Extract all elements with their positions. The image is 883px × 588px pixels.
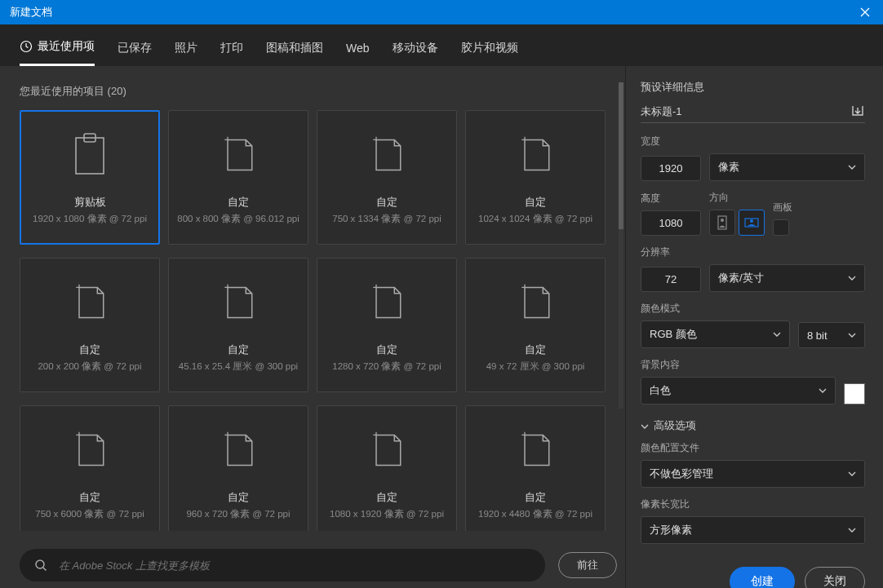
- scrollbar-thumb[interactable]: [619, 82, 623, 229]
- preset-title: 自定: [228, 196, 249, 210]
- orientation-landscape-button[interactable]: [739, 210, 765, 236]
- document-icon: [366, 278, 408, 327]
- chevron-down-icon: [848, 276, 856, 281]
- resolution-label: 分辨率: [641, 245, 865, 259]
- preset-card[interactable]: 自定49 x 72 厘米 @ 300 ppi: [465, 258, 606, 392]
- chevron-down-icon: [819, 388, 827, 393]
- preset-dimensions: 49 x 72 厘米 @ 300 ppi: [486, 360, 585, 373]
- background-label: 背景内容: [641, 358, 865, 372]
- presets-grid: 剪贴板1920 x 1080 像素 @ 72 ppi自定800 x 800 像素…: [20, 110, 617, 531]
- document-icon: [366, 426, 408, 475]
- tab-art[interactable]: 图稿和插图: [266, 39, 323, 66]
- height-input[interactable]: [641, 210, 701, 236]
- create-button[interactable]: 创建: [730, 567, 795, 588]
- orientation-portrait-button[interactable]: [709, 210, 735, 236]
- preset-title: 自定: [228, 343, 249, 357]
- preset-dimensions: 750 x 6000 像素 @ 72 ppi: [35, 508, 144, 520]
- width-unit-select[interactable]: 像素: [709, 153, 865, 181]
- preset-dimensions: 960 x 720 像素 @ 72 ppi: [186, 508, 290, 520]
- document-icon: [217, 278, 260, 327]
- preset-card[interactable]: 自定1024 x 1024 像素 @ 72 ppi: [465, 110, 606, 245]
- tab-recent[interactable]: 最近使用项: [20, 39, 95, 66]
- chevron-down-icon: [641, 424, 649, 429]
- details-panel: 预设详细信息 宽度 像素 高度 方向: [625, 66, 883, 588]
- portrait-icon: [717, 215, 728, 230]
- stock-search-input[interactable]: [59, 559, 530, 572]
- orientation-label: 方向: [709, 191, 765, 205]
- preset-dimensions: 800 x 800 像素 @ 96.012 ppi: [177, 213, 300, 225]
- artboard-checkbox[interactable]: [773, 219, 789, 236]
- preset-card[interactable]: 自定200 x 200 像素 @ 72 ppi: [20, 258, 160, 392]
- document-icon: [69, 278, 111, 327]
- document-icon: [514, 278, 557, 327]
- preset-title: 自定: [376, 343, 397, 357]
- document-icon: [366, 130, 408, 179]
- preset-card[interactable]: 自定750 x 6000 像素 @ 72 ppi: [20, 405, 160, 531]
- select-value: 像素: [718, 160, 739, 175]
- preset-card[interactable]: 自定45.16 x 25.4 厘米 @ 300 ppi: [168, 258, 308, 392]
- preset-card[interactable]: 自定750 x 1334 像素 @ 72 ppi: [317, 110, 457, 245]
- background-select[interactable]: 白色: [641, 377, 836, 405]
- preset-card[interactable]: 自定1280 x 720 像素 @ 72 ppi: [317, 258, 457, 392]
- preset-card[interactable]: 剪贴板1920 x 1080 像素 @ 72 ppi: [20, 110, 160, 245]
- bitdepth-select[interactable]: 8 bit: [798, 322, 865, 348]
- tab-mobile[interactable]: 移动设备: [393, 39, 438, 66]
- preset-dimensions: 200 x 200 像素 @ 72 ppi: [38, 360, 141, 373]
- select-value: 像素/英寸: [718, 271, 764, 285]
- tab-photo[interactable]: 照片: [175, 39, 197, 66]
- svg-point-3: [36, 560, 44, 568]
- window-close-button[interactable]: [846, 0, 883, 24]
- save-preset-icon[interactable]: [850, 104, 865, 119]
- preset-card[interactable]: 自定960 x 720 像素 @ 72 ppi: [168, 405, 308, 531]
- width-label: 宽度: [641, 135, 865, 148]
- pixel-ratio-label: 像素长宽比: [641, 497, 865, 511]
- tab-label: Web: [346, 42, 370, 55]
- document-name-input[interactable]: [641, 106, 844, 118]
- document-icon: [69, 426, 111, 475]
- advanced-toggle[interactable]: 高级选项: [641, 419, 865, 433]
- preset-title: 自定: [79, 343, 100, 357]
- preset-dimensions: 1024 x 1024 像素 @ 72 ppi: [478, 213, 592, 225]
- tab-web[interactable]: Web: [346, 39, 370, 66]
- preset-title: 自定: [525, 196, 546, 210]
- tab-label: 已保存: [118, 41, 152, 55]
- chevron-down-icon: [848, 165, 856, 170]
- colormode-select[interactable]: RGB 颜色: [641, 321, 790, 348]
- chevron-down-icon: [848, 333, 856, 338]
- tab-film[interactable]: 胶片和视频: [461, 39, 518, 66]
- chevron-down-icon: [773, 332, 781, 337]
- background-color-swatch[interactable]: [844, 383, 865, 405]
- preset-title: 自定: [376, 196, 397, 210]
- tab-saved[interactable]: 已保存: [118, 39, 152, 66]
- preset-dimensions: 1280 x 720 像素 @ 72 ppi: [332, 360, 442, 373]
- preset-title: 自定: [525, 343, 546, 357]
- document-icon: [514, 130, 557, 179]
- preset-card[interactable]: 自定800 x 800 像素 @ 96.012 ppi: [168, 110, 308, 245]
- tab-label: 照片: [175, 41, 197, 55]
- window-title: 新建文档: [10, 5, 52, 20]
- stock-search-box[interactable]: [20, 549, 545, 581]
- clipboard-icon: [69, 130, 111, 179]
- resolution-input[interactable]: [641, 267, 701, 292]
- resolution-unit-select[interactable]: 像素/英寸: [709, 264, 865, 292]
- preset-card[interactable]: 自定1080 x 1920 像素 @ 72 ppi: [317, 405, 457, 531]
- pixel-ratio-select[interactable]: 方形像素: [641, 516, 865, 544]
- select-value: 方形像素: [650, 523, 692, 537]
- search-icon: [34, 559, 47, 572]
- document-icon: [514, 426, 557, 475]
- preset-title: 剪贴板: [74, 196, 106, 210]
- width-input[interactable]: [641, 156, 701, 181]
- tab-label: 胶片和视频: [461, 41, 518, 55]
- preset-title: 自定: [525, 491, 546, 505]
- tab-print[interactable]: 打印: [220, 39, 243, 66]
- scrollbar[interactable]: [619, 82, 623, 409]
- select-value: 不做色彩管理: [650, 466, 713, 481]
- preset-title: 自定: [376, 491, 397, 505]
- colormode-label: 颜色模式: [641, 302, 865, 316]
- recent-subtitle: 您最近使用的项目 (20): [20, 84, 617, 99]
- preset-card[interactable]: 自定1920 x 4480 像素 @ 72 ppi: [465, 405, 606, 531]
- color-profile-select[interactable]: 不做色彩管理: [641, 460, 865, 488]
- preset-dimensions: 45.16 x 25.4 厘米 @ 300 ppi: [179, 360, 298, 373]
- close-button[interactable]: 关闭: [805, 567, 865, 588]
- go-button[interactable]: 前往: [558, 552, 617, 578]
